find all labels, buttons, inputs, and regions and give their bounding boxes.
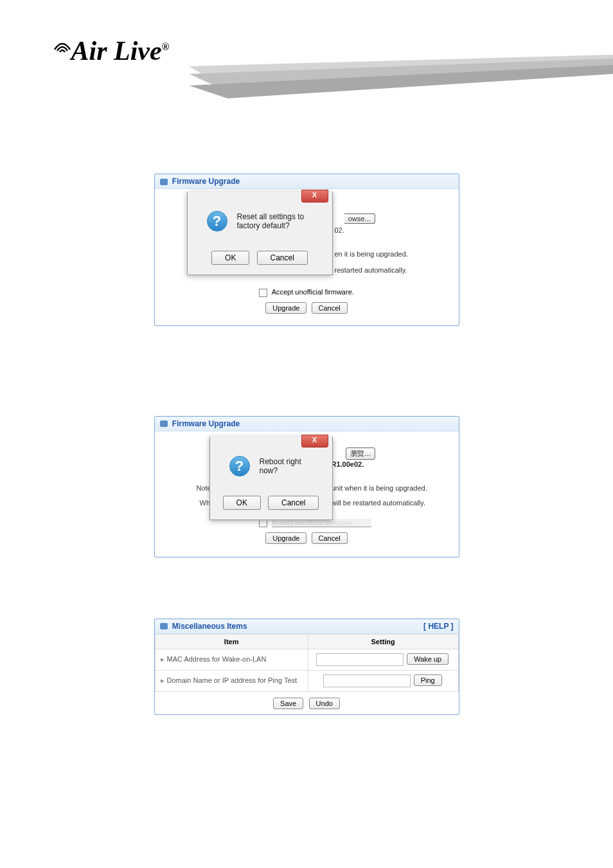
col-item: Item <box>155 634 308 649</box>
cancel-button[interactable]: Cancel <box>312 302 348 314</box>
note-upgrading: unit when it is being upgraded. <box>332 484 427 492</box>
arrow-icon: ▸ <box>161 676 164 684</box>
cancel-button[interactable]: Cancel <box>312 532 348 544</box>
cancel-button[interactable]: Cancel <box>268 496 319 510</box>
reboot-confirm-dialog: X ? Reboot right now? OK Cancel <box>209 437 333 520</box>
question-icon: ? <box>229 456 250 476</box>
ok-button[interactable]: OK <box>223 496 261 510</box>
table-row: ▸Domain Name or IP address for Ping Test… <box>155 670 458 691</box>
speech-icon <box>160 623 168 629</box>
help-link[interactable]: [ HELP ] <box>423 622 453 631</box>
row-label: ▸MAC Address for Wake-on-LAN <box>155 649 308 670</box>
firmware-upgrade-panel-reset: Firmware Upgrade owse... 02. en it is be… <box>154 174 459 326</box>
footer-space <box>58 715 555 868</box>
browse-button[interactable]: 瀏覽... <box>346 448 375 460</box>
panel-title: Miscellaneous Items <box>172 622 247 631</box>
ok-button[interactable]: OK <box>211 251 249 265</box>
panel-button-row: Upgrade Cancel <box>161 527 452 549</box>
panel-title: Firmware Upgrade <box>172 419 240 428</box>
firmware-upgrade-panel-reboot: Firmware Upgrade 瀏覽... R1.00e02. Note Wh… <box>154 416 459 557</box>
upgrade-button[interactable]: Upgrade <box>265 532 306 544</box>
panel-button-row: Save Undo <box>155 692 459 714</box>
table-row: ▸MAC Address for Wake-on-LAN Wake up <box>155 649 458 670</box>
close-button[interactable]: X <box>301 190 328 203</box>
panel-header: Firmware Upgrade <box>155 417 459 431</box>
page-content: Firmware Upgrade owse... 02. en it is be… <box>0 84 613 868</box>
row-setting: Ping <box>308 670 458 691</box>
close-icon: X <box>312 436 317 444</box>
panel-header: Firmware Upgrade <box>155 174 459 189</box>
wake-up-button[interactable]: Wake up <box>407 653 449 665</box>
dialog-message: Reset all settings to factory default? <box>237 212 313 230</box>
panel-title: Firmware Upgrade <box>172 177 240 186</box>
note-restart-partial: restarted automatically. <box>335 266 407 274</box>
upgrade-button[interactable]: Upgrade <box>265 302 306 314</box>
note-restart: will be restarted automatically. <box>332 499 426 507</box>
browse-button-partial[interactable]: owse... <box>344 213 375 224</box>
dialog-button-row: OK Cancel <box>210 489 332 520</box>
speech-icon <box>160 420 168 427</box>
airlive-logo: Air Live® <box>53 35 170 66</box>
panel-body: 瀏覽... R1.00e02. Note Wh unit when it is … <box>155 431 459 557</box>
panel-button-row: Upgrade Cancel <box>161 297 452 319</box>
col-setting: Setting <box>308 634 458 649</box>
speech-icon <box>160 179 168 185</box>
panel-body: owse... 02. en it is being upgraded. res… <box>155 189 459 325</box>
ping-button[interactable]: Ping <box>414 674 442 686</box>
dialog-button-row: OK Cancel <box>188 244 332 275</box>
dialog-message: Reboot right now? <box>260 457 313 475</box>
firmware-version: R1.00e02. <box>332 460 364 468</box>
firmware-version-partial: 02. <box>335 226 344 234</box>
unofficial-firmware-row: Accept unofficial firmware. <box>161 288 452 297</box>
unofficial-firmware-row: Accept unofficial firmware. <box>161 519 452 528</box>
close-icon: X <box>312 191 317 199</box>
header-swoosh <box>189 55 613 106</box>
row-setting: Wake up <box>308 649 458 670</box>
table-header-row: Item Setting <box>155 634 458 649</box>
arrow-icon: ▸ <box>161 655 164 663</box>
panel-header: Miscellaneous Items [ HELP ] <box>155 619 459 634</box>
question-icon: ? <box>207 211 227 231</box>
misc-table: Item Setting ▸MAC Address for Wake-on-LA… <box>155 634 459 692</box>
undo-button[interactable]: Undo <box>309 698 340 709</box>
cancel-button[interactable]: Cancel <box>257 251 308 265</box>
reset-confirm-dialog: X ? Reset all settings to factory defaul… <box>187 192 333 275</box>
note-upgrading-partial: en it is being upgraded. <box>335 250 408 258</box>
ping-host-input[interactable] <box>323 674 411 687</box>
unofficial-firmware-label: Accept unofficial firmware. <box>272 288 354 296</box>
unofficial-firmware-checkbox[interactable] <box>259 289 267 297</box>
close-button[interactable]: X <box>301 435 328 448</box>
page-header: Air Live® <box>0 0 613 84</box>
wifi-icon <box>53 37 72 57</box>
miscellaneous-items-panel: Miscellaneous Items [ HELP ] Item Settin… <box>154 619 459 715</box>
row-label: ▸Domain Name or IP address for Ping Test <box>155 670 308 691</box>
unofficial-firmware-checkbox[interactable] <box>259 519 267 527</box>
logo-text: Air Live® <box>71 36 169 66</box>
wol-mac-input[interactable] <box>316 653 404 666</box>
save-button[interactable]: Save <box>273 698 303 709</box>
